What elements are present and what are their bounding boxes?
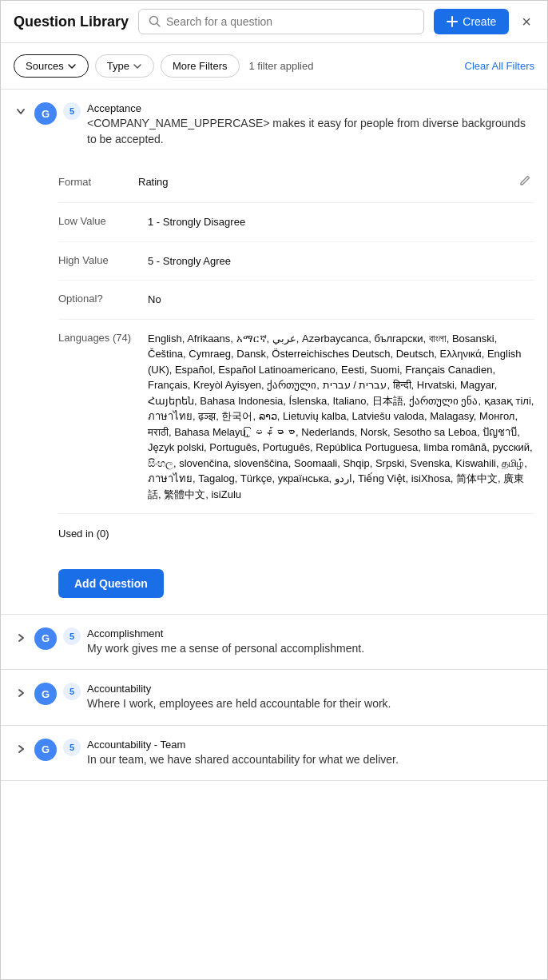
collapsed-question: G 5 Accountability Where I work, employe… xyxy=(1,670,547,726)
chevron-right-icon xyxy=(15,632,26,643)
collapsed-question: G 5 Accomplishment My work gives me a se… xyxy=(1,615,547,671)
languages-row: Languages (74) English, Afrikaans, አማርኛ,… xyxy=(58,320,534,515)
chevron-down-icon xyxy=(133,62,142,71)
source-avatar: G xyxy=(34,102,57,125)
high-value-row: High Value 5 - Strongly Agree xyxy=(58,242,534,281)
format-edit-button[interactable] xyxy=(515,173,534,191)
expand-button[interactable] xyxy=(14,742,28,759)
optional-label: Optional? xyxy=(58,292,138,305)
plus-icon xyxy=(447,16,458,27)
create-button[interactable]: Create xyxy=(434,9,509,34)
used-in-value: Used in (0) xyxy=(58,525,534,542)
source-avatar: G xyxy=(34,627,57,650)
question-text-block: Accountability Where I work, employees a… xyxy=(87,683,534,712)
add-question-button[interactable]: Add Question xyxy=(58,569,164,598)
question-category: Accountability - Team xyxy=(87,739,534,751)
more-filters-button[interactable]: More Filters xyxy=(161,54,240,78)
question-count-badge: 5 xyxy=(63,627,81,645)
collapsed-questions-container: G 5 Accomplishment My work gives me a se… xyxy=(1,615,547,782)
question-body: My work gives me a sense of personal acc… xyxy=(87,641,534,657)
source-avatar: G xyxy=(34,683,57,705)
question-count-badge: 5 xyxy=(63,739,81,756)
question-body: In our team, we have shared accountabili… xyxy=(87,752,534,768)
high-value: 5 - Strongly Agree xyxy=(148,253,534,269)
filter-bar: Sources Type More Filters 1 filter appli… xyxy=(1,43,547,90)
languages-value: English, Afrikaans, አማርኛ, عربي, Azərbayc… xyxy=(148,331,534,503)
header: Question Library Create × xyxy=(1,1,547,43)
question-text-block: Accountability - Team In our team, we ha… xyxy=(87,739,534,768)
low-value: 1 - Strongly Disagree xyxy=(148,214,534,230)
question-category: Acceptance xyxy=(87,102,534,114)
low-value-row: Low Value 1 - Strongly Disagree xyxy=(58,203,534,242)
question-count-badge: 5 xyxy=(63,683,81,700)
close-button[interactable]: × xyxy=(518,10,534,34)
filter-applied-label: 1 filter applied xyxy=(249,60,314,72)
low-value-label: Low Value xyxy=(58,214,138,227)
question-category: Accomplishment xyxy=(87,627,534,639)
question-body: <COMPANY_NAME_UPPERCASE> makes it easy f… xyxy=(87,116,534,147)
question-body: Where I work, employees are held account… xyxy=(87,696,534,712)
optional-value: No xyxy=(148,292,534,308)
chevron-down-icon xyxy=(15,106,26,117)
question-category: Accountability xyxy=(87,683,534,695)
page-title: Question Library xyxy=(14,14,129,30)
sources-filter-button[interactable]: Sources xyxy=(14,54,89,78)
expand-button[interactable] xyxy=(14,686,28,703)
edit-icon xyxy=(518,174,531,187)
high-value-label: High Value xyxy=(58,253,138,266)
question-list: G 5 Acceptance <COMPANY_NAME_UPPERCASE> … xyxy=(1,90,547,781)
chevron-down-icon xyxy=(67,62,77,71)
expanded-question: G 5 Acceptance <COMPANY_NAME_UPPERCASE> … xyxy=(1,90,547,615)
source-avatar: G xyxy=(34,739,57,761)
question-count-badge: 5 xyxy=(63,102,81,120)
type-filter-button[interactable]: Type xyxy=(95,54,154,78)
add-question-section: Add Question xyxy=(58,569,534,598)
collapse-button[interactable] xyxy=(14,104,28,121)
expanded-question-header: G 5 Acceptance <COMPANY_NAME_UPPERCASE> … xyxy=(14,102,534,147)
search-icon xyxy=(149,15,161,28)
used-in-row: Used in (0) xyxy=(58,514,534,553)
format-value: Rating xyxy=(138,176,515,188)
format-label: Format xyxy=(58,176,138,188)
chevron-right-icon xyxy=(15,687,26,699)
details-table: Format Rating Low Value 1 - Strongly Dis… xyxy=(58,161,534,553)
search-input[interactable] xyxy=(166,15,414,28)
format-row: Format Rating xyxy=(58,161,534,203)
languages-label: Languages (74) xyxy=(58,331,138,344)
search-box xyxy=(138,9,424,34)
optional-row: Optional? No xyxy=(58,281,534,320)
question-text-block: Accomplishment My work gives me a sense … xyxy=(87,627,534,657)
collapsed-question: G 5 Accountability - Team In our team, w… xyxy=(1,726,547,782)
chevron-right-icon xyxy=(15,743,26,755)
clear-all-filters-button[interactable]: Clear All Filters xyxy=(465,60,534,72)
question-text-block: Acceptance <COMPANY_NAME_UPPERCASE> make… xyxy=(87,102,534,147)
expand-button[interactable] xyxy=(14,631,28,647)
svg-line-1 xyxy=(157,24,161,27)
